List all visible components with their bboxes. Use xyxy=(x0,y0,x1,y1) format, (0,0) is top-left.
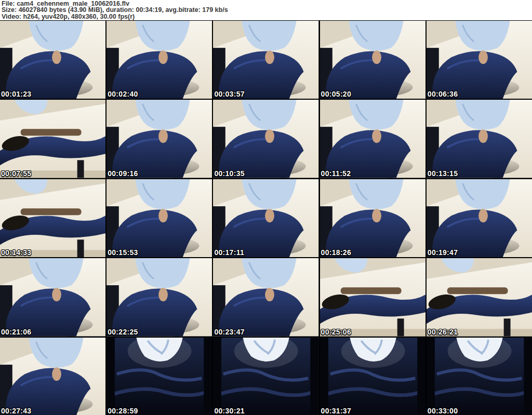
video-thumbnail: 00:19:47 xyxy=(427,179,532,257)
video-thumbnail: 00:31:37 xyxy=(320,338,425,415)
video-contact-sheet: File: cam4_cehennem_male_10062016.flv Si… xyxy=(0,0,532,415)
hand-shape xyxy=(265,50,275,64)
thumbnail-scene-seated xyxy=(0,21,105,99)
video-thumbnail: 00:27:43 xyxy=(0,338,105,415)
timestamp-overlay: 00:27:43 xyxy=(1,407,31,415)
thumbnail-scene-seated xyxy=(213,179,318,257)
thumbnail-grid: 00:01:23 xyxy=(0,20,532,415)
video-thumbnail: 00:33:00 xyxy=(427,338,532,415)
timestamp-overlay: 00:02:40 xyxy=(108,90,138,98)
video-thumbnail: 00:07:55 xyxy=(0,100,105,178)
armrest-shape xyxy=(340,287,401,294)
thumbnail-scene-seated xyxy=(0,338,105,415)
video-thumbnail: 00:23:47 xyxy=(213,258,318,336)
video-codec-line: Video: h264, yuv420p, 480x360, 30.00 fps… xyxy=(2,14,532,20)
thumbnail-scene-seated xyxy=(213,258,318,336)
timestamp-overlay: 00:05:20 xyxy=(321,90,351,98)
hand-shape xyxy=(265,209,275,222)
thumbnail-scene-seated xyxy=(427,179,532,257)
thumbnail-scene-legs xyxy=(320,258,425,336)
thumbnail-scene-legs xyxy=(0,100,105,178)
thumbnail-scene-seated xyxy=(0,258,105,336)
timestamp-overlay: 00:25:06 xyxy=(321,328,351,336)
armrest-shape xyxy=(21,129,82,136)
file-size-line: Size: 46027840 bytes (43.90 MiB), durati… xyxy=(2,7,532,13)
timestamp-overlay: 00:06:36 xyxy=(428,90,458,98)
timestamp-overlay: 00:21:06 xyxy=(1,328,31,336)
video-thumbnail: 00:01:23 xyxy=(0,21,105,99)
chair-pole-shape xyxy=(77,160,84,178)
video-thumbnail: 00:13:15 xyxy=(427,100,532,178)
video-thumbnail: 00:26:21 xyxy=(427,258,532,336)
thumbnail-scene-seated xyxy=(427,100,532,178)
chair-pole-shape xyxy=(503,319,510,337)
thumbnail-scene-seated xyxy=(320,21,425,99)
hand-shape xyxy=(265,288,275,301)
thumbnail-scene-seated xyxy=(107,100,212,178)
timestamp-overlay: 00:07:55 xyxy=(1,169,31,178)
video-thumbnail: 00:10:35 xyxy=(213,100,318,178)
video-thumbnail: 00:11:52 xyxy=(320,100,425,178)
chair-pole-shape xyxy=(397,319,404,337)
video-thumbnail: 00:30:21 xyxy=(213,338,318,415)
timestamp-overlay: 00:28:59 xyxy=(108,407,138,415)
video-thumbnail: 00:05:20 xyxy=(320,21,425,99)
hand-shape xyxy=(52,288,61,301)
video-thumbnail: 00:03:57 xyxy=(213,21,318,99)
timestamp-overlay: 00:15:53 xyxy=(108,248,138,257)
timestamp-overlay: 00:01:23 xyxy=(1,90,31,98)
video-thumbnail: 00:17:11 xyxy=(213,179,318,257)
file-info-header: File: cam4_cehennem_male_10062016.flv Si… xyxy=(0,0,532,20)
timestamp-overlay: 00:33:00 xyxy=(428,407,458,415)
hand-shape xyxy=(478,50,488,64)
thumbnail-scene-seated xyxy=(427,21,532,99)
hand-shape xyxy=(478,209,488,222)
hand-shape xyxy=(372,130,381,143)
timestamp-overlay: 00:14:33 xyxy=(1,248,31,257)
armrest-shape xyxy=(21,208,82,215)
video-thumbnail: 00:25:06 xyxy=(320,258,425,336)
timestamp-overlay: 00:26:21 xyxy=(428,328,458,336)
video-thumbnail: 00:14:33 xyxy=(0,179,105,257)
timestamp-overlay: 00:18:26 xyxy=(321,248,351,257)
timestamp-overlay: 00:03:57 xyxy=(214,90,244,98)
hand-shape xyxy=(52,367,61,381)
timestamp-overlay: 00:19:47 xyxy=(428,248,458,257)
armrest-shape xyxy=(447,287,508,294)
thumbnail-scene-seated xyxy=(320,179,425,257)
thumbnail-scene-seated xyxy=(320,100,425,178)
chair-pole-shape xyxy=(77,239,84,257)
thumbnail-scene-seated xyxy=(213,100,318,178)
hand-shape xyxy=(52,50,61,64)
hand-shape xyxy=(158,209,168,222)
thumbnail-scene-legs xyxy=(427,258,532,336)
thumbnail-scene-legs xyxy=(0,179,105,257)
timestamp-overlay: 00:17:11 xyxy=(214,248,244,257)
hand-shape xyxy=(372,50,381,64)
timestamp-overlay: 00:13:15 xyxy=(428,169,458,178)
timestamp-overlay: 00:09:16 xyxy=(108,169,138,178)
thumbnail-scene-dark xyxy=(213,338,318,415)
thumbnail-scene-seated xyxy=(213,21,318,99)
timestamp-overlay: 00:10:35 xyxy=(214,169,244,178)
thumbnail-scene-seated xyxy=(107,179,212,257)
video-thumbnail: 00:15:53 xyxy=(107,179,212,257)
thumbnail-scene-seated xyxy=(107,258,212,336)
video-thumbnail: 00:18:26 xyxy=(320,179,425,257)
video-thumbnail: 00:02:40 xyxy=(107,21,212,99)
video-thumbnail: 00:28:59 xyxy=(107,338,212,415)
hand-shape xyxy=(158,288,168,301)
hand-shape xyxy=(372,209,381,222)
hand-shape xyxy=(265,130,275,143)
hand-shape xyxy=(158,50,168,64)
video-thumbnail: 00:09:16 xyxy=(107,100,212,178)
thumbnail-scene-dark xyxy=(107,338,212,415)
video-thumbnail: 00:21:06 xyxy=(0,258,105,336)
thumbnail-scene-seated xyxy=(107,21,212,99)
thumbnail-scene-dark xyxy=(320,338,425,415)
hand-shape xyxy=(158,130,168,143)
video-thumbnail: 00:06:36 xyxy=(427,21,532,99)
video-thumbnail: 00:22:25 xyxy=(107,258,212,336)
thumbnail-scene-dark xyxy=(427,338,532,415)
hand-shape xyxy=(478,130,488,143)
